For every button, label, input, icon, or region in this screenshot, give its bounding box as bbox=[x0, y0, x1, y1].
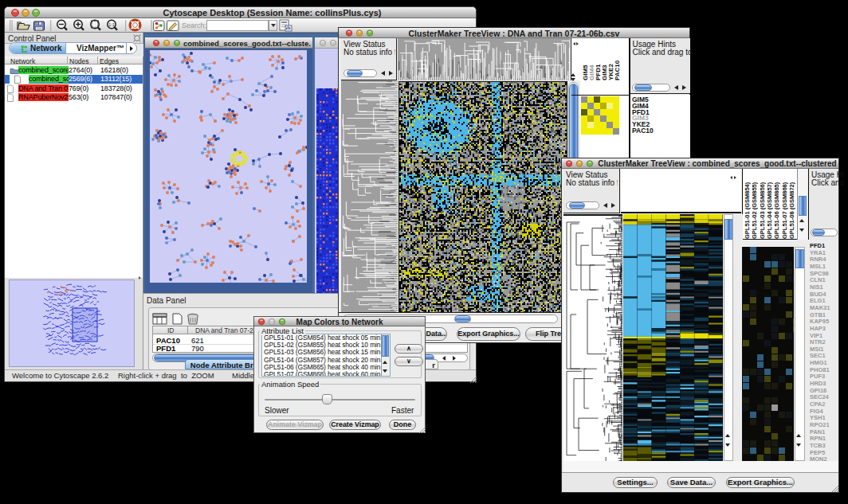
svg-text:1:1: 1:1 bbox=[108, 22, 115, 27]
